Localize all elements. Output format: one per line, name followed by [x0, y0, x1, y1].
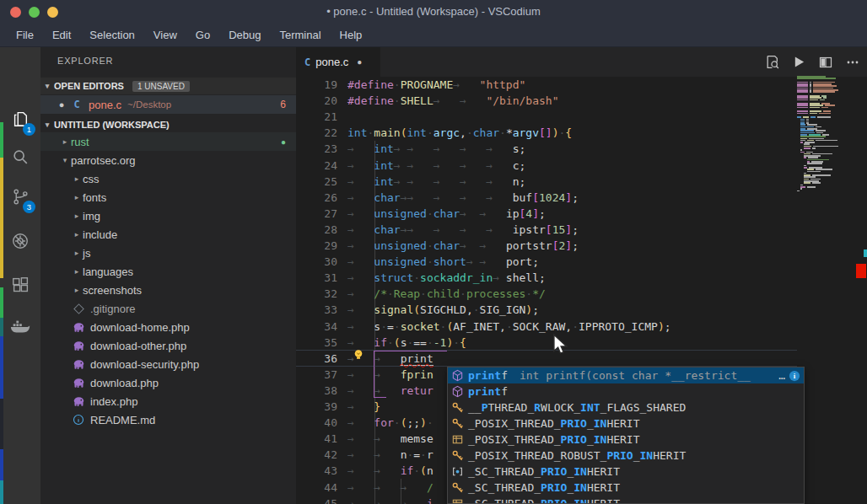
menu-terminal[interactable]: Terminal	[270, 24, 330, 46]
activity-debug-button[interactable]	[0, 223, 40, 260]
tree-item-label: css	[83, 173, 100, 185]
code-line-33[interactable]: 33→ signal(SIGCHLD,·SIG_IGN);	[296, 302, 867, 318]
title-bar[interactable]: • pone.c - Untitled (Workspace) - VSCodi…	[0, 0, 867, 24]
chevron-right-icon: ▸	[71, 286, 83, 294]
code-line-22[interactable]: 22int·main(int·argc,·char·*argv[])·{	[296, 125, 867, 141]
code-text: → → fprin	[347, 367, 434, 383]
suggestion-_posix_thread_robust_prio_inherit[interactable]: _POSIX_THREAD_ROBUST_PRIO_INHERIT	[448, 448, 804, 464]
workspace-section-header[interactable]: ▾ UNTITLED (WORKSPACE)	[40, 116, 296, 133]
tree-item-rust[interactable]: ▸rust●	[40, 132, 296, 151]
menu-debug[interactable]: Debug	[219, 24, 270, 46]
open-editor-item-pone-c[interactable]: ● C pone.c ~/Desktop 6	[40, 95, 296, 114]
code-line-26[interactable]: 26→ char→→ → → → buf[1024];	[296, 190, 867, 206]
tree-item-img[interactable]: ▸img	[40, 206, 296, 225]
code-text: → /*·Reap·child·processes·*/	[347, 286, 546, 302]
menu-go[interactable]: Go	[186, 24, 219, 46]
more-actions-button[interactable]	[845, 55, 860, 70]
suggestion-printf[interactable]: printfint printf(const char *__restrict_…	[448, 367, 804, 383]
more-actions-icon	[846, 56, 859, 69]
function-icon	[451, 369, 466, 383]
activity-explorer-button[interactable]: 1	[0, 100, 40, 137]
open-preview-button[interactable]	[764, 55, 779, 70]
tab-pone-c[interactable]: C pone.c ●	[296, 47, 380, 77]
suggestion-label: _POSIX_THREAD_PRIO_INHERIT	[468, 433, 640, 446]
code-line-27[interactable]: 27→ unsigned·char→ → ip[4];	[296, 206, 867, 222]
suggestion-__pthread_rwlock_int_flags_shared[interactable]: __PTHREAD_RWLOCK_INT_FLAGS_SHARED	[448, 399, 804, 416]
tree-item-label: index.php	[90, 395, 137, 408]
tree-item-languages[interactable]: ▸languages	[40, 262, 296, 281]
tree-item-js[interactable]: ▸js	[40, 244, 296, 262]
code-text: → char→→ → → → buf[1024];	[347, 190, 579, 206]
extensions-icon	[12, 276, 30, 294]
code-line-28[interactable]: 28→ char→→ → → → ipstr[15];	[296, 222, 867, 238]
suggestion-_sc_thread_prio_inherit[interactable]: _SC_THREAD_PRIO_INHERIT	[448, 480, 804, 496]
activity-extensions-button[interactable]	[0, 266, 40, 303]
run-button[interactable]	[791, 55, 806, 70]
activity-source-control-button[interactable]: 3	[0, 178, 40, 215]
chevron-right-icon: ▸	[59, 137, 71, 146]
activity-search-button[interactable]	[0, 138, 40, 175]
tree-item-label: download-other.php	[90, 340, 186, 352]
field-icon	[451, 497, 466, 504]
code-line-24[interactable]: 24→ int→ → → → → c;	[296, 158, 867, 174]
tree-item-fonts[interactable]: ▸fonts	[40, 188, 296, 206]
code-line-30[interactable]: 30→ unsigned·short→ → port;	[296, 254, 867, 270]
suggestion-label: _SC_THREAD_PRIO_INHERIT	[468, 497, 620, 504]
code-line-29[interactable]: 29→ unsigned·char→ → portstr[2];	[296, 238, 867, 254]
tree-item-css[interactable]: ▸css	[40, 169, 296, 188]
code-line-34[interactable]: 34→ s·=·socket·(AF_INET,·SOCK_RAW,·IPPRO…	[296, 319, 867, 335]
suggestion-_posix_thread_prio_inherit[interactable]: _POSIX_THREAD_PRIO_INHERIT	[448, 416, 804, 432]
menu-file[interactable]: File	[7, 24, 43, 46]
code-line-25[interactable]: 25→ int→ → → → → n;	[296, 174, 867, 190]
code-line-23[interactable]: 23→ int→ → → → → s;	[296, 141, 867, 157]
tree-item--gitignore[interactable]: .gitignore	[40, 299, 296, 318]
scrollbar-overview-ruler[interactable]	[854, 77, 867, 504]
minimap-line	[797, 190, 854, 192]
code-line-31[interactable]: 31→ struct·sockaddr_in→ shell;	[296, 270, 867, 286]
line-number: 34	[296, 319, 337, 335]
chevron-down-icon: ▾	[59, 156, 71, 164]
code-line-19[interactable]: 19#define·PROGNAME→ "httpd"	[296, 77, 867, 93]
menu-edit[interactable]: Edit	[43, 24, 80, 46]
menu-selection[interactable]: Selection	[80, 24, 143, 46]
wallpaper-segment	[0, 336, 3, 399]
search-icon	[11, 147, 30, 166]
suggestion-_posix_thread_prio_inherit[interactable]: _POSIX_THREAD_PRIO_INHERIT	[448, 432, 804, 448]
code-line-35[interactable]: 35→ if·(s·==·-1)·{	[296, 335, 867, 351]
tree-item-readme-md[interactable]: README.md	[40, 410, 296, 429]
tree-item-label: rust	[71, 136, 89, 148]
unsaved-badge: 1 UNSAVED	[132, 81, 190, 92]
tree-item-download-home-php[interactable]: download-home.php	[40, 318, 296, 336]
open-editors-header[interactable]: ▾ OPEN EDITORS 1 UNSAVED	[40, 78, 296, 94]
open-preview-icon	[765, 55, 779, 69]
tree-item-download-security-php[interactable]: download-security.php	[40, 355, 296, 373]
field-icon	[451, 433, 466, 447]
code-line-32[interactable]: 32→ /*·Reap·child·processes·*/	[296, 286, 867, 302]
split-editor-button[interactable]	[818, 55, 833, 70]
overview-ruler-marker	[864, 249, 867, 257]
menu-view[interactable]: View	[144, 24, 186, 46]
code-line-21[interactable]: 21	[296, 109, 867, 125]
dirty-dot-icon: ●	[54, 99, 69, 110]
line-number: 20	[296, 93, 337, 109]
chevron-right-icon: ▸	[71, 249, 83, 257]
code-line-20[interactable]: 20#define·SHELL→ → "/bin/bash"	[296, 93, 867, 109]
tree-item-download-php[interactable]: download.php	[40, 373, 296, 392]
minimap[interactable]	[797, 76, 854, 430]
tree-item-download-other-php[interactable]: download-other.php	[40, 336, 296, 355]
tree-item-screenshots[interactable]: ▸screenshots	[40, 281, 296, 299]
code-line-36[interactable]: 36→ → print	[296, 351, 867, 367]
activity-bar: 13	[0, 47, 40, 504]
suggestion-printf[interactable]: printf	[448, 383, 804, 399]
code-text: → → memse	[347, 431, 434, 447]
activity-docker-button[interactable]	[0, 308, 40, 346]
intellisense-popup: printfint printf(const char *__restrict_…	[447, 367, 805, 504]
code-text: → }	[347, 399, 380, 415]
tree-item-index-php[interactable]: index.php	[40, 392, 296, 410]
code-text: → → print	[347, 351, 434, 367]
suggestion-_sc_thread_prio_inherit[interactable]: _SC_THREAD_PRIO_INHERIT	[448, 496, 804, 504]
tree-item-include[interactable]: ▸include	[40, 225, 296, 244]
tree-item-parrotsec-org[interactable]: ▾parrotsec.org	[40, 151, 296, 169]
menu-help[interactable]: Help	[331, 24, 372, 46]
suggestion-_sc_thread_prio_inherit[interactable]: _SC_THREAD_PRIO_INHERIT	[448, 464, 804, 480]
